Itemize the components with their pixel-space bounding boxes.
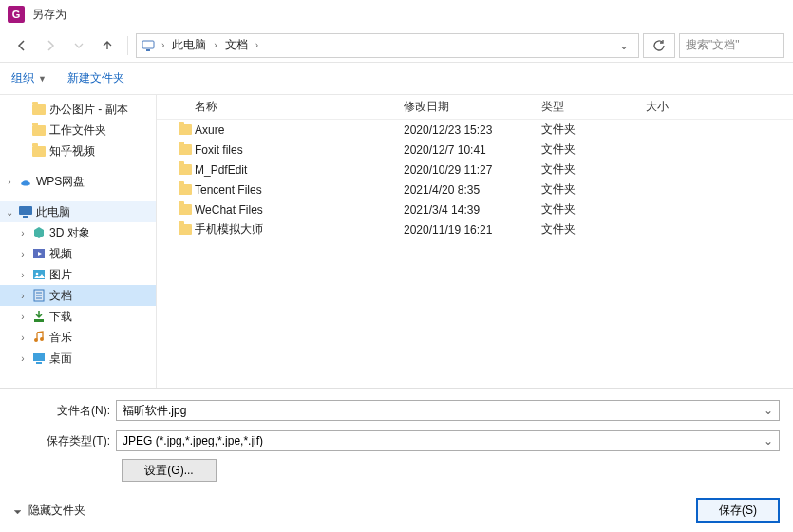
tree-item[interactable]: ›图片 xyxy=(0,264,156,285)
file-list: 名称 修改日期 类型 大小 Axure2020/12/23 15:23文件夹Fo… xyxy=(157,95,793,388)
list-item[interactable]: Foxit files2020/12/7 10:41文件夹 xyxy=(157,140,793,160)
expand-icon[interactable]: › xyxy=(17,353,28,364)
app-icon: G xyxy=(8,6,25,23)
footer: 文件名(N): 福昕软件.jpg ⌄ 保存类型(T): JPEG (*.jpg,… xyxy=(0,388,793,532)
hide-folders-button[interactable]: 🞃 隐藏文件夹 xyxy=(13,503,85,519)
file-name: 手机模拟大师 xyxy=(195,221,404,238)
tree-item-label: WPS网盘 xyxy=(36,174,85,190)
docs-icon xyxy=(31,288,47,303)
list-item[interactable]: M_PdfEdit2020/10/29 11:27文件夹 xyxy=(157,160,793,180)
file-name: Tencent Files xyxy=(195,183,404,197)
column-size[interactable]: 大小 xyxy=(646,99,722,115)
expand-icon[interactable]: › xyxy=(4,177,15,187)
file-type: 文件夹 xyxy=(541,122,646,138)
tree-item-label: 下载 xyxy=(49,309,72,325)
expand-icon[interactable]: › xyxy=(17,332,28,343)
tree-item[interactable]: 知乎视频 xyxy=(0,141,156,162)
folder-icon xyxy=(176,124,195,135)
expand-icon[interactable]: › xyxy=(17,270,28,280)
tree-item[interactable]: ›下载 xyxy=(0,306,156,327)
chevron-down-icon[interactable]: ⌄ xyxy=(764,404,773,417)
filetype-select[interactable]: JPEG (*.jpg,*.jpeg,*.jpe,*.jif) ⌄ xyxy=(116,430,780,451)
chevron-right-icon[interactable]: › xyxy=(210,40,220,50)
expand-icon[interactable]: › xyxy=(17,312,28,322)
list-body[interactable]: Axure2020/12/23 15:23文件夹Foxit files2020/… xyxy=(157,120,793,388)
tree-item[interactable]: ›视频 xyxy=(0,243,156,264)
forward-button[interactable] xyxy=(38,33,63,58)
expand-icon[interactable]: › xyxy=(17,291,28,301)
folder-tree[interactable]: 办公图片 - 副本工作文件夹知乎视频›WPS网盘⌄此电脑›3D 对象›视频›图片… xyxy=(0,95,157,388)
navigation-bar: › 此电脑 › 文档 › ⌄ 搜索"文档" xyxy=(0,28,793,63)
expand-icon[interactable]: ⌄ xyxy=(4,207,15,218)
svg-rect-15 xyxy=(36,362,42,364)
pc-icon xyxy=(141,38,156,53)
search-placeholder: 搜索"文档" xyxy=(686,37,740,53)
file-date: 2020/12/23 15:23 xyxy=(404,124,541,137)
svg-rect-2 xyxy=(19,206,32,215)
breadcrumb-item[interactable]: 此电脑 xyxy=(170,37,208,53)
file-type: 文件夹 xyxy=(541,181,646,198)
file-name: Foxit files xyxy=(195,143,404,157)
tree-item-label: 图片 xyxy=(49,267,72,283)
tree-item[interactable]: 办公图片 - 副本 xyxy=(0,99,156,120)
refresh-button[interactable] xyxy=(643,33,675,58)
svg-rect-1 xyxy=(146,49,150,51)
title-bar: G 另存为 xyxy=(0,0,793,28)
column-name[interactable]: 名称 xyxy=(195,99,404,115)
list-header[interactable]: 名称 修改日期 类型 大小 xyxy=(157,95,793,120)
tree-item-label: 办公图片 - 副本 xyxy=(49,102,128,118)
file-type: 文件夹 xyxy=(541,221,646,238)
video-icon xyxy=(31,246,47,261)
chevron-right-icon[interactable]: › xyxy=(252,40,262,50)
svg-rect-11 xyxy=(34,319,44,322)
toolbar: 组织 ▼ 新建文件夹 xyxy=(0,63,793,95)
column-date[interactable]: 修改日期 xyxy=(404,99,541,115)
downloads-icon xyxy=(31,309,47,324)
tree-item-label: 桌面 xyxy=(49,351,72,367)
chevron-right-icon[interactable]: › xyxy=(158,40,168,50)
file-date: 2021/3/4 14:39 xyxy=(404,203,541,217)
breadcrumb-item[interactable]: 文档 xyxy=(223,37,250,53)
breadcrumb[interactable]: › 此电脑 › 文档 › ⌄ xyxy=(136,33,639,58)
recent-locations-button[interactable] xyxy=(66,33,91,58)
expand-icon[interactable]: › xyxy=(17,228,28,238)
file-type: 文件夹 xyxy=(541,142,646,158)
organize-button[interactable]: 组织 ▼ xyxy=(11,70,47,86)
file-name: M_PdfEdit xyxy=(195,163,404,177)
tree-item[interactable]: ⌄此电脑 xyxy=(0,201,156,222)
back-button[interactable] xyxy=(9,33,34,58)
column-type[interactable]: 类型 xyxy=(541,99,646,115)
up-button[interactable] xyxy=(95,33,120,58)
tree-item[interactable]: ›文档 xyxy=(0,285,156,306)
list-item[interactable]: 手机模拟大师2020/11/19 16:21文件夹 xyxy=(157,219,793,239)
pc-icon xyxy=(18,204,33,219)
window-title: 另存为 xyxy=(32,7,66,23)
list-item[interactable]: Tencent Files2021/4/20 8:35文件夹 xyxy=(157,180,793,200)
tree-item[interactable]: ›桌面 xyxy=(0,348,156,369)
search-input[interactable]: 搜索"文档" xyxy=(679,33,784,58)
save-button[interactable]: 保存(S) xyxy=(696,498,780,522)
folder-icon xyxy=(31,102,47,117)
file-name: WeChat Files xyxy=(195,203,404,217)
chevron-down-icon[interactable]: ⌄ xyxy=(764,434,773,447)
chevron-down-icon[interactable]: ⌄ xyxy=(614,39,634,52)
list-item[interactable]: Axure2020/12/23 15:23文件夹 xyxy=(157,120,793,140)
file-type: 文件夹 xyxy=(541,201,646,218)
tree-item[interactable]: 工作文件夹 xyxy=(0,120,156,141)
tree-item[interactable]: ›3D 对象 xyxy=(0,222,156,243)
separator xyxy=(127,36,128,55)
pictures-icon xyxy=(31,267,47,282)
file-date: 2021/4/20 8:35 xyxy=(404,183,541,197)
3d-icon xyxy=(31,225,47,240)
tree-item[interactable]: ›WPS网盘 xyxy=(0,171,156,192)
settings-button[interactable]: 设置(G)... xyxy=(122,459,217,482)
folder-icon xyxy=(31,123,47,138)
tree-item-label: 3D 对象 xyxy=(49,225,90,241)
filename-input[interactable]: 福昕软件.jpg ⌄ xyxy=(116,400,780,421)
new-folder-button[interactable]: 新建文件夹 xyxy=(67,70,124,86)
tree-item[interactable]: ›音乐 xyxy=(0,327,156,348)
list-item[interactable]: WeChat Files2021/3/4 14:39文件夹 xyxy=(157,200,793,219)
svg-rect-0 xyxy=(142,41,154,48)
body: 办公图片 - 副本工作文件夹知乎视频›WPS网盘⌄此电脑›3D 对象›视频›图片… xyxy=(0,95,793,388)
expand-icon[interactable]: › xyxy=(17,249,28,259)
